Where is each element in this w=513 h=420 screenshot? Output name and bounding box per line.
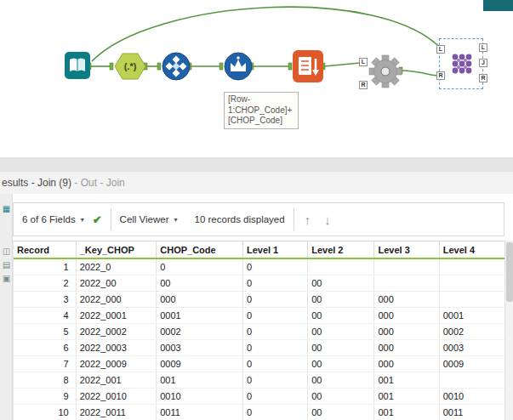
scroll-up-icon[interactable]: ↑ [298, 213, 318, 227]
cell[interactable]: 0 [242, 404, 307, 420]
cell[interactable]: 00 [308, 388, 374, 404]
cell[interactable]: 0 [242, 372, 307, 388]
cell[interactable]: 2022_0002 [76, 323, 157, 339]
gear-tool[interactable]: L R [368, 54, 402, 92]
cell[interactable]: 2022_001 [76, 372, 157, 388]
column-header[interactable]: Record [14, 241, 76, 258]
cell[interactable]: 00 [308, 372, 374, 388]
cell[interactable]: 2022_0009 [76, 355, 157, 372]
regex-tool[interactable]: (.*) [113, 52, 147, 84]
cell[interactable]: 0002 [439, 323, 504, 339]
row-number-cell[interactable]: 8 [14, 372, 76, 388]
cell[interactable] [439, 291, 504, 307]
row-number-cell[interactable]: 1 [14, 258, 76, 275]
row-number-cell[interactable]: 2 [14, 275, 76, 291]
cell[interactable] [439, 258, 504, 275]
row-number-cell[interactable]: 5 [14, 323, 76, 339]
cell[interactable]: 2022_000 [76, 291, 157, 307]
cell[interactable]: 0 [242, 258, 307, 275]
cell[interactable] [374, 275, 439, 291]
cell[interactable]: 001 [374, 372, 439, 388]
cell[interactable]: 0 [157, 258, 243, 275]
cell[interactable]: 0011 [157, 404, 243, 420]
join-input-anchor-L[interactable]: L [436, 45, 445, 54]
cell[interactable]: 0001 [157, 307, 243, 323]
cell[interactable]: 0 [242, 291, 307, 307]
cell[interactable]: 0002 [157, 323, 243, 339]
cell[interactable]: 0 [242, 339, 307, 355]
row-number-cell[interactable]: 6 [14, 339, 76, 355]
select-tool[interactable] [162, 52, 191, 84]
cell[interactable]: 0 [242, 275, 307, 291]
cell[interactable]: 000 [374, 339, 439, 355]
cell[interactable]: 000 [374, 291, 439, 307]
cell[interactable]: 2022_00 [76, 275, 157, 291]
cell[interactable]: 0 [242, 323, 307, 339]
cell[interactable]: 0009 [439, 355, 504, 372]
row-number-cell[interactable]: 10 [14, 404, 76, 420]
cell[interactable]: 0001 [439, 307, 504, 323]
cell[interactable]: 0003 [157, 339, 243, 355]
column-header[interactable]: CHOP_Code [157, 241, 243, 258]
column-header[interactable]: Level 4 [439, 241, 504, 258]
cell[interactable]: 2022_0011 [76, 404, 157, 420]
cell[interactable]: 2022_0001 [76, 307, 157, 323]
cell[interactable]: 00 [308, 404, 374, 420]
cell[interactable]: 2022_0 [76, 258, 157, 275]
row-number-cell[interactable]: 9 [14, 388, 76, 404]
cell[interactable]: 000 [374, 323, 439, 339]
cell[interactable]: 0011 [439, 404, 504, 420]
join-output-anchor-L[interactable]: L [479, 43, 487, 52]
column-header[interactable]: _Key_CHOP [76, 241, 157, 258]
cell[interactable] [439, 372, 504, 388]
cell[interactable]: 0009 [157, 355, 243, 372]
cell[interactable]: 00 [308, 339, 374, 355]
gear-input-anchor-L[interactable]: L [359, 58, 368, 66]
cell[interactable]: 0 [242, 388, 307, 404]
multi-row-formula-tool[interactable] [224, 52, 253, 84]
scrollbar-thumb[interactable] [506, 242, 513, 302]
cell[interactable]: 0010 [157, 388, 243, 404]
workflow-canvas[interactable]: (.*) [0, 0, 513, 157]
cell[interactable]: 001 [374, 404, 439, 420]
input-data-tool[interactable] [65, 52, 90, 82]
cell[interactable]: 2022_0010 [76, 388, 157, 404]
row-number-cell[interactable]: 7 [14, 355, 76, 372]
sort-tool[interactable] [293, 50, 323, 86]
cell-viewer-dropdown[interactable]: Cell Viewer ▾ [111, 203, 186, 236]
cell[interactable]: 000 [157, 291, 243, 307]
join-output-anchor-J[interactable]: J [479, 59, 487, 67]
cell[interactable]: 00 [308, 275, 374, 291]
pane-splitter[interactable] [0, 157, 513, 172]
scroll-down-icon[interactable]: ↓ [317, 213, 338, 227]
column-header[interactable]: Level 3 [374, 241, 439, 258]
cell[interactable] [308, 258, 374, 275]
column-header[interactable]: Level 1 [242, 241, 307, 258]
cell[interactable]: 0 [242, 355, 307, 372]
row-number-cell[interactable]: 4 [14, 307, 76, 323]
select-all-icon[interactable]: ▣ [0, 274, 13, 287]
row-number-cell[interactable]: 3 [14, 291, 76, 307]
cell[interactable]: 00 [157, 275, 243, 291]
join-output-anchor-R[interactable]: R [479, 74, 487, 82]
vertical-scrollbar[interactable] [504, 241, 513, 420]
table-view-icon[interactable]: ▦ [0, 204, 13, 218]
tool-annotation[interactable]: [Row- 1:CHOP_Code]+ [CHOP_Code] [224, 92, 299, 129]
cell[interactable]: 000 [374, 355, 439, 372]
cell[interactable]: 0 [242, 307, 307, 323]
cell[interactable]: 2022_0003 [76, 339, 157, 355]
cell[interactable]: 00 [308, 323, 374, 339]
fields-dropdown[interactable]: 6 of 6 Fields ▾ ✔ [14, 203, 111, 236]
gear-input-anchor-R[interactable]: R [359, 81, 368, 89]
cell[interactable]: 0010 [439, 388, 504, 404]
apply-check-icon[interactable]: ✔ [93, 213, 102, 226]
copy-icon[interactable]: ◫ [0, 247, 13, 260]
cell[interactable]: 001 [157, 372, 243, 388]
save-icon[interactable]: ▤ [0, 260, 13, 274]
join-tool[interactable]: L R L J R [447, 48, 477, 82]
cell[interactable]: 00 [308, 291, 374, 307]
cell[interactable]: 00 [308, 307, 374, 323]
cell[interactable]: 00 [308, 355, 374, 372]
cell[interactable]: 000 [374, 307, 439, 323]
column-header[interactable]: Level 2 [308, 241, 374, 258]
